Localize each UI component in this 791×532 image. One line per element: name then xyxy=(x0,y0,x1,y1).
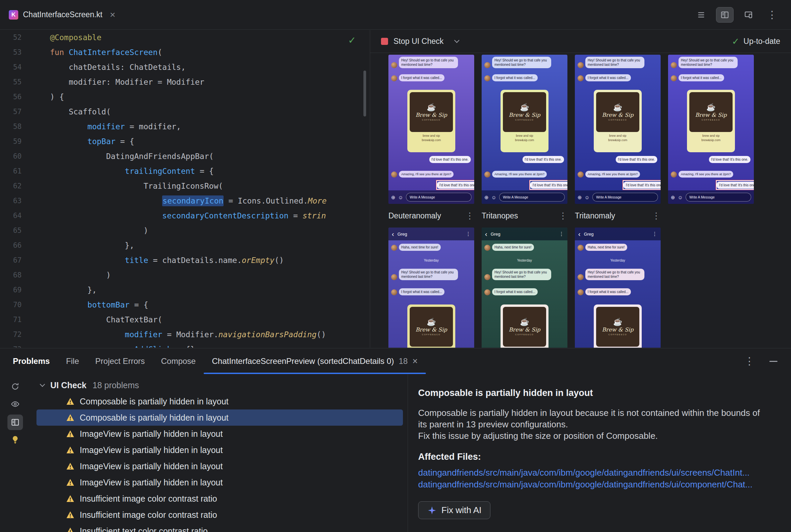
back-icon[interactable]: ‹ xyxy=(392,231,394,237)
chat-bubble: Hey! Should we go to that cafe you menti… xyxy=(391,57,458,68)
split-editor-icon[interactable] xyxy=(716,7,734,23)
tab-file[interactable]: File xyxy=(58,348,87,374)
back-icon[interactable]: ‹ xyxy=(578,231,581,237)
preview-pane: Stop UI Check ✓ Up-to-date Hey! Should w… xyxy=(370,30,791,348)
preview-phone-tritanopes[interactable]: ‹Greg⋮ Haha, next time for sure! Yesterd… xyxy=(482,228,567,348)
kebab-menu-icon[interactable]: ⋮ xyxy=(466,231,471,237)
more-options-icon[interactable]: ⋮ xyxy=(763,7,781,23)
code-line[interactable]: 70 bottomBar = { xyxy=(0,298,369,312)
chevron-down-icon[interactable] xyxy=(454,38,460,43)
coffee-cup-icon: ☕ xyxy=(427,103,436,111)
editor-scrollbar[interactable] xyxy=(363,71,366,116)
preview-phone-2[interactable]: Hey! Should we go to that cafe you menti… xyxy=(482,55,567,204)
affected-file-link[interactable]: datingandfriends/src/main/java/com/ibm/g… xyxy=(418,467,767,479)
tab-compose[interactable]: Compose xyxy=(153,348,204,374)
stop-icon[interactable] xyxy=(381,38,388,45)
kebab-menu-icon[interactable]: ⋮ xyxy=(652,211,661,221)
details-view-icon[interactable] xyxy=(7,415,23,430)
code-line[interactable]: 57 Scaffold( xyxy=(0,104,369,119)
open-editors-icon[interactable] xyxy=(692,7,710,23)
write-message-input[interactable]: Write A Message xyxy=(406,193,472,202)
problems-panel: Problems File Project Errors Compose Cha… xyxy=(0,348,791,532)
stop-ui-check-button[interactable]: Stop UI Check xyxy=(393,37,443,46)
fix-with-ai-button[interactable]: Fix with AI xyxy=(418,501,491,519)
inspections-ok-icon[interactable]: ✓ xyxy=(348,35,356,46)
code-line[interactable]: 52@Composable xyxy=(0,30,369,45)
code-line[interactable]: 63 secondaryIcon = Icons.Outlined.More xyxy=(0,193,369,208)
code-line[interactable]: 62 TrailingIconsRow( xyxy=(0,178,369,193)
preview-phone-4[interactable]: Hey! Should we go to that cafe you menti… xyxy=(668,55,754,204)
uicheck-highlight-box: I'd love that! It's this one. xyxy=(436,180,474,190)
code-line[interactable]: 67 title = chatDetails.name.orEmpty() xyxy=(0,253,369,268)
chevron-down-icon[interactable] xyxy=(40,381,45,387)
code-line[interactable]: 72 modifier = Modifier.navigationBarsPad… xyxy=(0,327,369,342)
avatar xyxy=(391,75,397,81)
coffee-cup-icon: ☕ xyxy=(613,318,622,326)
problem-row[interactable]: Insufficient text color contrast ratio xyxy=(36,523,403,532)
add-icon: ⊕ xyxy=(671,195,675,200)
problem-row[interactable]: Composable is partially hidden in layout xyxy=(36,393,403,410)
code-line[interactable]: 64 secondaryContentDescription = strin xyxy=(0,208,369,223)
problem-row[interactable]: ImageView is partially hidden in layout xyxy=(36,458,403,474)
problem-row[interactable]: Insufficient image color contrast ratio xyxy=(36,491,403,507)
write-message-input[interactable]: Write A Message xyxy=(686,193,751,202)
close-tab-icon[interactable]: × xyxy=(412,356,418,366)
problem-row-selected[interactable]: Composable is partially hidden in layout xyxy=(36,410,403,426)
code-line[interactable]: 71 ChatTextBar( xyxy=(0,312,369,327)
more-options-icon[interactable]: ⋮ xyxy=(744,356,755,366)
avatar xyxy=(391,62,397,68)
problem-row[interactable]: ImageView is partially hidden in layout xyxy=(36,426,403,442)
code-line[interactable]: 60 DatingAndFriendsAppBar( xyxy=(0,149,369,164)
status-label: Up-to-date xyxy=(743,37,780,46)
code-line[interactable]: 54 chatDetails: ChatDetails, xyxy=(0,60,369,75)
back-icon[interactable]: ‹ xyxy=(485,231,488,237)
code-line[interactable]: 55 modifier: Modifier = Modifier xyxy=(0,75,369,90)
preview-phone-3[interactable]: Hey! Should we go to that cafe you menti… xyxy=(575,55,661,204)
avatar xyxy=(391,245,397,251)
problem-row[interactable]: ImageView is partially hidden in layout xyxy=(36,474,403,491)
preview-eye-icon[interactable] xyxy=(7,396,23,412)
kebab-menu-icon[interactable]: ⋮ xyxy=(652,231,657,237)
warning-icon xyxy=(66,527,74,532)
problem-row[interactable]: ImageView is partially hidden in layout xyxy=(36,442,403,458)
code-line[interactable]: 61 trailingContent = { xyxy=(0,164,369,178)
brew-sip-card: ☕Brew & SipCOFFEE&CO brew and sip brew&s… xyxy=(500,90,549,152)
code-line[interactable]: 56) { xyxy=(0,90,369,104)
write-message-input[interactable]: Write A Message xyxy=(592,193,658,202)
editor-tab[interactable]: K ChatInterfaceScreen.kt × xyxy=(0,0,124,30)
preview-canvas[interactable]: Hey! Should we go to that cafe you menti… xyxy=(370,53,791,348)
code-line[interactable]: 59 topBar = { xyxy=(0,134,369,149)
code-line[interactable]: 68 ) xyxy=(0,268,369,283)
code-line[interactable]: 53fun ChatInterfaceScreen( xyxy=(0,45,369,60)
device-preview-icon[interactable] xyxy=(740,7,757,23)
warning-icon xyxy=(66,462,74,470)
write-message-input[interactable]: Write A Message xyxy=(499,193,565,202)
quick-fix-bulb-icon[interactable] xyxy=(7,432,23,447)
refresh-icon[interactable] xyxy=(7,379,23,394)
affected-file-link[interactable]: datingandfriends/src/main/java/com/ibm/g… xyxy=(418,479,767,491)
tab-problems[interactable]: Problems xyxy=(5,348,58,374)
warning-icon xyxy=(66,511,74,518)
problem-group-header[interactable]: UI Check 18 problems xyxy=(30,377,408,393)
preview-toolbar: Stop UI Check ✓ Up-to-date xyxy=(370,30,791,53)
titlebar-actions: ⋮ xyxy=(692,7,791,23)
chat-bubble: I forgot what it was called... xyxy=(484,74,538,81)
kotlin-file-icon: K xyxy=(9,10,18,20)
code-line[interactable]: 58 modifier = modifier, xyxy=(0,119,369,134)
preview-phone-1[interactable]: Hey! Should we go to that cafe you menti… xyxy=(388,55,474,204)
code-line[interactable]: 73 onAddClick = {} xyxy=(0,342,369,348)
tab-uicheck-preview[interactable]: ChatInterfaceScreenPreview (sortedChatDe… xyxy=(204,348,426,374)
minimize-icon[interactable] xyxy=(769,361,777,362)
kebab-menu-icon[interactable]: ⋮ xyxy=(559,231,564,237)
problem-row[interactable]: Insufficient image color contrast ratio xyxy=(36,507,403,523)
tab-project-errors[interactable]: Project Errors xyxy=(87,348,153,374)
close-tab-icon[interactable]: × xyxy=(110,10,115,20)
kebab-menu-icon[interactable]: ⋮ xyxy=(559,211,567,221)
code-editor[interactable]: 52@Composable 53fun ChatInterfaceScreen(… xyxy=(0,30,369,348)
code-line[interactable]: 66 }, xyxy=(0,238,369,253)
preview-phone-deuteranomaly[interactable]: ‹Greg⋮ Haha, next time for sure! Yesterd… xyxy=(388,228,474,348)
kebab-menu-icon[interactable]: ⋮ xyxy=(465,211,474,221)
code-line[interactable]: 69 }, xyxy=(0,283,369,298)
code-line[interactable]: 65 ) xyxy=(0,223,369,238)
preview-phone-tritanomaly[interactable]: ‹Greg⋮ Haha, next time for sure! Yesterd… xyxy=(575,228,661,348)
